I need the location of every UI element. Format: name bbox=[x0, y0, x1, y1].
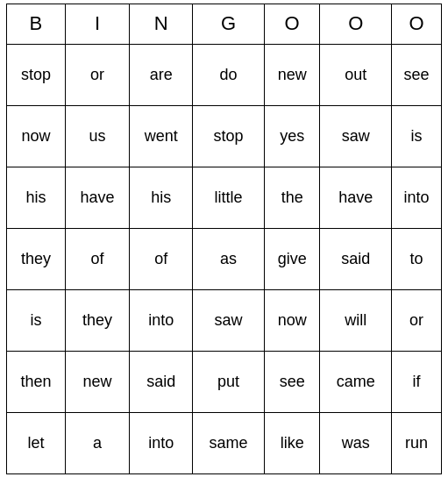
cell-r5-c5[interactable]: came bbox=[320, 351, 392, 412]
cell-r3-c5[interactable]: said bbox=[320, 228, 392, 289]
cell-r4-c5[interactable]: will bbox=[320, 289, 392, 351]
cell-r1-c6[interactable]: is bbox=[392, 105, 442, 167]
cell-r3-c2[interactable]: of bbox=[130, 228, 193, 289]
header-cell-b-0: B bbox=[7, 4, 66, 44]
cell-r4-c0[interactable]: is bbox=[7, 289, 66, 351]
header-cell-o-5: O bbox=[320, 4, 392, 44]
header-cell-g-3: G bbox=[193, 4, 265, 44]
cell-r0-c3[interactable]: do bbox=[193, 44, 265, 105]
table-row: istheyintosawnowwillor bbox=[7, 289, 442, 351]
cell-r1-c2[interactable]: went bbox=[130, 105, 193, 167]
table-row: hishavehislittlethehaveinto bbox=[7, 167, 442, 228]
table-row: stoporaredonewoutsee bbox=[7, 44, 442, 105]
cell-r4-c4[interactable]: now bbox=[264, 289, 319, 351]
cell-r0-c1[interactable]: or bbox=[65, 44, 130, 105]
cell-r2-c6[interactable]: into bbox=[392, 167, 442, 228]
cell-r2-c0[interactable]: his bbox=[7, 167, 66, 228]
header-row: BINGOOO bbox=[7, 4, 442, 44]
cell-r1-c0[interactable]: now bbox=[7, 105, 66, 167]
table-row: letaintosamelikewasrun bbox=[7, 412, 442, 473]
cell-r1-c3[interactable]: stop bbox=[193, 105, 265, 167]
cell-r5-c6[interactable]: if bbox=[392, 351, 442, 412]
cell-r2-c2[interactable]: his bbox=[130, 167, 193, 228]
cell-r6-c5[interactable]: was bbox=[320, 412, 392, 473]
cell-r6-c0[interactable]: let bbox=[7, 412, 66, 473]
table-row: thennewsaidputseecameif bbox=[7, 351, 442, 412]
header-cell-i-1: I bbox=[65, 4, 130, 44]
cell-r2-c3[interactable]: little bbox=[193, 167, 265, 228]
cell-r4-c3[interactable]: saw bbox=[193, 289, 265, 351]
cell-r2-c4[interactable]: the bbox=[264, 167, 319, 228]
cell-r5-c0[interactable]: then bbox=[7, 351, 66, 412]
cell-r3-c4[interactable]: give bbox=[264, 228, 319, 289]
cell-r0-c0[interactable]: stop bbox=[7, 44, 66, 105]
cell-r3-c1[interactable]: of bbox=[65, 228, 130, 289]
cell-r0-c5[interactable]: out bbox=[320, 44, 392, 105]
cell-r1-c5[interactable]: saw bbox=[320, 105, 392, 167]
cell-r5-c4[interactable]: see bbox=[264, 351, 319, 412]
cell-r6-c6[interactable]: run bbox=[392, 412, 442, 473]
cell-r3-c6[interactable]: to bbox=[392, 228, 442, 289]
header-cell-n-2: N bbox=[130, 4, 193, 44]
cell-r6-c2[interactable]: into bbox=[130, 412, 193, 473]
header-cell-o-6: O bbox=[392, 4, 442, 44]
cell-r0-c6[interactable]: see bbox=[392, 44, 442, 105]
cell-r0-c4[interactable]: new bbox=[264, 44, 319, 105]
cell-r4-c1[interactable]: they bbox=[65, 289, 130, 351]
cell-r5-c2[interactable]: said bbox=[130, 351, 193, 412]
cell-r1-c4[interactable]: yes bbox=[264, 105, 319, 167]
table-row: theyofofasgivesaidto bbox=[7, 228, 442, 289]
cell-r3-c0[interactable]: they bbox=[7, 228, 66, 289]
cell-r5-c3[interactable]: put bbox=[193, 351, 265, 412]
cell-r3-c3[interactable]: as bbox=[193, 228, 265, 289]
header-cell-o-4: O bbox=[264, 4, 319, 44]
cell-r4-c2[interactable]: into bbox=[130, 289, 193, 351]
cell-r4-c6[interactable]: or bbox=[392, 289, 442, 351]
table-row: nowuswentstopyessawis bbox=[7, 105, 442, 167]
cell-r0-c2[interactable]: are bbox=[130, 44, 193, 105]
cell-r6-c4[interactable]: like bbox=[264, 412, 319, 473]
cell-r2-c1[interactable]: have bbox=[65, 167, 130, 228]
cell-r1-c1[interactable]: us bbox=[65, 105, 130, 167]
cell-r6-c3[interactable]: same bbox=[193, 412, 265, 473]
cell-r5-c1[interactable]: new bbox=[65, 351, 130, 412]
bingo-board: BINGOOO stoporaredonewoutseenowuswentsto… bbox=[6, 4, 442, 474]
cell-r6-c1[interactable]: a bbox=[65, 412, 130, 473]
cell-r2-c5[interactable]: have bbox=[320, 167, 392, 228]
